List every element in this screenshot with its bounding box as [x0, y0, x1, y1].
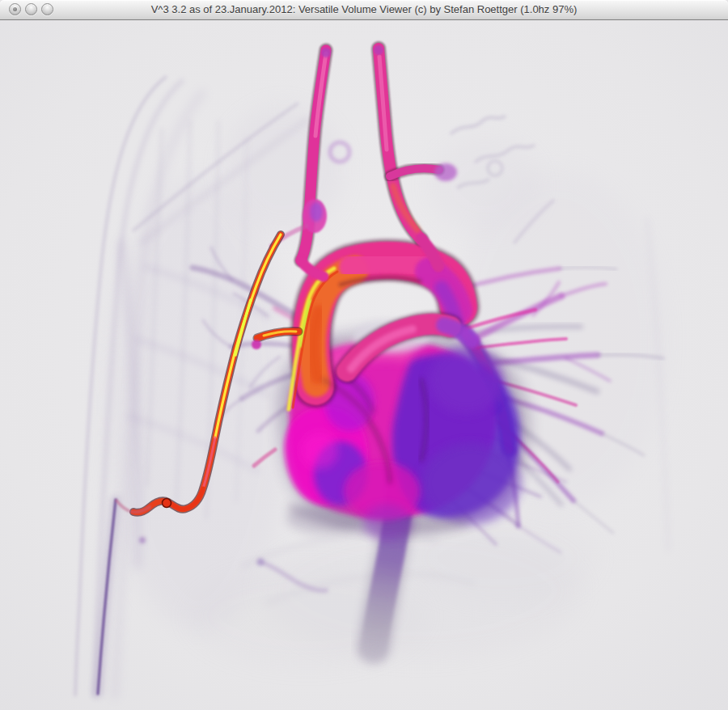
volume-viewport[interactable]	[0, 20, 728, 710]
minimize-button[interactable]	[25, 3, 37, 15]
window-title: V^3 3.2 as of 23.January.2012: Versatile…	[0, 0, 728, 19]
app-window: V^3 3.2 as of 23.January.2012: Versatile…	[0, 0, 728, 710]
titlebar[interactable]: V^3 3.2 as of 23.January.2012: Versatile…	[0, 0, 728, 20]
close-button[interactable]	[9, 3, 21, 15]
traffic-lights	[9, 3, 53, 15]
zoom-button[interactable]	[41, 3, 53, 15]
volume-rendering-svg	[0, 20, 728, 710]
close-dot-icon	[13, 7, 17, 11]
